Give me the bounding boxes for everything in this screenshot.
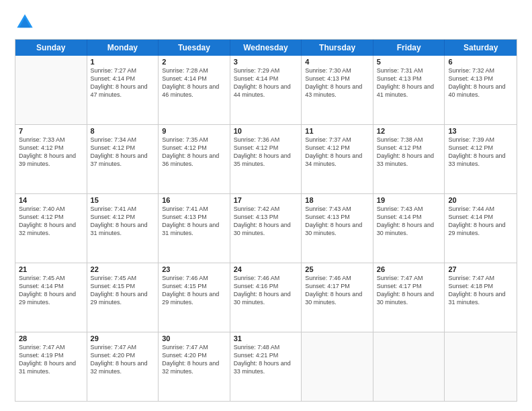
day-number: 21 — [19, 265, 83, 273]
calendar-cell: 27Sunrise: 7:47 AM Sunset: 4:18 PM Dayli… — [445, 263, 517, 332]
calendar-row: 7Sunrise: 7:33 AM Sunset: 4:12 PM Daylig… — [15, 124, 517, 193]
calendar-cell: 30Sunrise: 7:47 AM Sunset: 4:20 PM Dayli… — [159, 332, 230, 401]
logo-icon — [15, 12, 35, 32]
day-number: 4 — [305, 58, 369, 66]
calendar-cell: 20Sunrise: 7:44 AM Sunset: 4:14 PM Dayli… — [445, 194, 517, 263]
day-info: Sunrise: 7:47 AM Sunset: 4:18 PM Dayligh… — [448, 274, 513, 307]
calendar-cell — [15, 56, 87, 124]
day-number: 13 — [448, 127, 513, 135]
weekday-header: Monday — [87, 40, 159, 56]
day-info: Sunrise: 7:42 AM Sunset: 4:13 PM Dayligh… — [234, 205, 298, 238]
calendar-header: SundayMondayTuesdayWednesdayThursdayFrid… — [15, 40, 517, 56]
calendar-cell: 7Sunrise: 7:33 AM Sunset: 4:12 PM Daylig… — [15, 125, 87, 193]
day-number: 28 — [19, 334, 83, 342]
calendar-row: 28Sunrise: 7:47 AM Sunset: 4:19 PM Dayli… — [15, 332, 517, 401]
day-info: Sunrise: 7:46 AM Sunset: 4:16 PM Dayligh… — [234, 274, 298, 307]
calendar-cell: 1Sunrise: 7:27 AM Sunset: 4:14 PM Daylig… — [87, 56, 159, 124]
day-info: Sunrise: 7:47 AM Sunset: 4:20 PM Dayligh… — [91, 343, 155, 376]
day-number: 27 — [448, 265, 513, 273]
calendar-body: 1Sunrise: 7:27 AM Sunset: 4:14 PM Daylig… — [15, 56, 517, 401]
calendar-cell: 21Sunrise: 7:45 AM Sunset: 4:14 PM Dayli… — [15, 263, 87, 332]
day-number: 11 — [305, 127, 369, 135]
day-number: 31 — [234, 334, 298, 342]
page: SundayMondayTuesdayWednesdayThursdayFrid… — [0, 0, 532, 411]
calendar-cell — [373, 332, 445, 401]
day-number: 29 — [91, 334, 155, 342]
calendar-row: 21Sunrise: 7:45 AM Sunset: 4:14 PM Dayli… — [15, 263, 517, 332]
calendar-cell: 9Sunrise: 7:35 AM Sunset: 4:12 PM Daylig… — [159, 125, 230, 193]
calendar-cell: 26Sunrise: 7:47 AM Sunset: 4:17 PM Dayli… — [373, 263, 445, 332]
calendar-cell: 29Sunrise: 7:47 AM Sunset: 4:20 PM Dayli… — [87, 332, 159, 401]
day-info: Sunrise: 7:43 AM Sunset: 4:13 PM Dayligh… — [305, 205, 369, 238]
calendar-cell: 8Sunrise: 7:34 AM Sunset: 4:12 PM Daylig… — [87, 125, 159, 193]
calendar-cell: 16Sunrise: 7:41 AM Sunset: 4:13 PM Dayli… — [159, 194, 230, 263]
calendar-cell: 11Sunrise: 7:37 AM Sunset: 4:12 PM Dayli… — [302, 125, 373, 193]
day-info: Sunrise: 7:28 AM Sunset: 4:14 PM Dayligh… — [162, 66, 226, 99]
day-info: Sunrise: 7:46 AM Sunset: 4:15 PM Dayligh… — [162, 274, 226, 307]
day-number: 6 — [448, 58, 513, 66]
day-info: Sunrise: 7:34 AM Sunset: 4:12 PM Dayligh… — [91, 136, 155, 169]
day-info: Sunrise: 7:47 AM Sunset: 4:20 PM Dayligh… — [162, 343, 226, 376]
weekday-header: Thursday — [302, 40, 373, 56]
day-info: Sunrise: 7:35 AM Sunset: 4:12 PM Dayligh… — [162, 136, 226, 169]
day-number: 25 — [305, 265, 369, 273]
day-number: 3 — [234, 58, 298, 66]
calendar-cell: 22Sunrise: 7:45 AM Sunset: 4:15 PM Dayli… — [87, 263, 159, 332]
day-info: Sunrise: 7:43 AM Sunset: 4:14 PM Dayligh… — [377, 205, 441, 238]
calendar-cell: 2Sunrise: 7:28 AM Sunset: 4:14 PM Daylig… — [159, 56, 230, 124]
day-number: 14 — [19, 196, 83, 204]
day-info: Sunrise: 7:45 AM Sunset: 4:14 PM Dayligh… — [19, 274, 83, 307]
calendar-cell: 18Sunrise: 7:43 AM Sunset: 4:13 PM Dayli… — [302, 194, 373, 263]
day-info: Sunrise: 7:40 AM Sunset: 4:12 PM Dayligh… — [19, 205, 83, 238]
day-number: 17 — [234, 196, 298, 204]
calendar-cell: 25Sunrise: 7:46 AM Sunset: 4:17 PM Dayli… — [302, 263, 373, 332]
day-number: 7 — [19, 127, 83, 135]
day-info: Sunrise: 7:41 AM Sunset: 4:12 PM Dayligh… — [91, 205, 155, 238]
day-info: Sunrise: 7:45 AM Sunset: 4:15 PM Dayligh… — [91, 274, 155, 307]
day-number: 8 — [91, 127, 155, 135]
day-info: Sunrise: 7:36 AM Sunset: 4:12 PM Dayligh… — [234, 136, 298, 169]
day-number: 10 — [234, 127, 298, 135]
weekday-header: Sunday — [15, 40, 87, 56]
day-number: 26 — [377, 265, 441, 273]
day-number: 19 — [377, 196, 441, 204]
day-info: Sunrise: 7:27 AM Sunset: 4:14 PM Dayligh… — [91, 66, 155, 99]
day-info: Sunrise: 7:37 AM Sunset: 4:12 PM Dayligh… — [305, 136, 369, 169]
day-info: Sunrise: 7:48 AM Sunset: 4:21 PM Dayligh… — [234, 343, 298, 376]
weekday-header: Wednesday — [230, 40, 302, 56]
calendar-cell: 24Sunrise: 7:46 AM Sunset: 4:16 PM Dayli… — [230, 263, 302, 332]
day-info: Sunrise: 7:31 AM Sunset: 4:13 PM Dayligh… — [377, 66, 441, 99]
calendar: SundayMondayTuesdayWednesdayThursdayFrid… — [15, 39, 517, 402]
day-number: 16 — [162, 196, 226, 204]
calendar-cell: 6Sunrise: 7:32 AM Sunset: 4:13 PM Daylig… — [445, 56, 517, 124]
weekday-header: Tuesday — [159, 40, 230, 56]
day-number: 9 — [162, 127, 226, 135]
day-number: 2 — [162, 58, 226, 66]
day-number: 12 — [377, 127, 441, 135]
calendar-cell: 4Sunrise: 7:30 AM Sunset: 4:13 PM Daylig… — [302, 56, 373, 124]
calendar-cell: 14Sunrise: 7:40 AM Sunset: 4:12 PM Dayli… — [15, 194, 87, 263]
day-info: Sunrise: 7:39 AM Sunset: 4:12 PM Dayligh… — [448, 136, 513, 169]
calendar-cell: 23Sunrise: 7:46 AM Sunset: 4:15 PM Dayli… — [159, 263, 230, 332]
day-number: 1 — [91, 58, 155, 66]
calendar-cell: 13Sunrise: 7:39 AM Sunset: 4:12 PM Dayli… — [445, 125, 517, 193]
calendar-cell — [302, 332, 373, 401]
weekday-header: Friday — [373, 40, 445, 56]
day-number: 22 — [91, 265, 155, 273]
day-info: Sunrise: 7:33 AM Sunset: 4:12 PM Dayligh… — [19, 136, 83, 169]
day-number: 24 — [234, 265, 298, 273]
day-info: Sunrise: 7:47 AM Sunset: 4:17 PM Dayligh… — [377, 274, 441, 307]
day-info: Sunrise: 7:32 AM Sunset: 4:13 PM Dayligh… — [448, 66, 513, 99]
header — [15, 12, 517, 32]
day-info: Sunrise: 7:30 AM Sunset: 4:13 PM Dayligh… — [305, 66, 369, 99]
calendar-cell: 19Sunrise: 7:43 AM Sunset: 4:14 PM Dayli… — [373, 194, 445, 263]
calendar-cell: 10Sunrise: 7:36 AM Sunset: 4:12 PM Dayli… — [230, 125, 302, 193]
day-info: Sunrise: 7:38 AM Sunset: 4:12 PM Dayligh… — [377, 136, 441, 169]
calendar-cell: 3Sunrise: 7:29 AM Sunset: 4:14 PM Daylig… — [230, 56, 302, 124]
calendar-cell: 5Sunrise: 7:31 AM Sunset: 4:13 PM Daylig… — [373, 56, 445, 124]
calendar-cell — [445, 332, 517, 401]
calendar-cell: 15Sunrise: 7:41 AM Sunset: 4:12 PM Dayli… — [87, 194, 159, 263]
day-number: 18 — [305, 196, 369, 204]
weekday-header: Saturday — [445, 40, 517, 56]
calendar-cell: 17Sunrise: 7:42 AM Sunset: 4:13 PM Dayli… — [230, 194, 302, 263]
